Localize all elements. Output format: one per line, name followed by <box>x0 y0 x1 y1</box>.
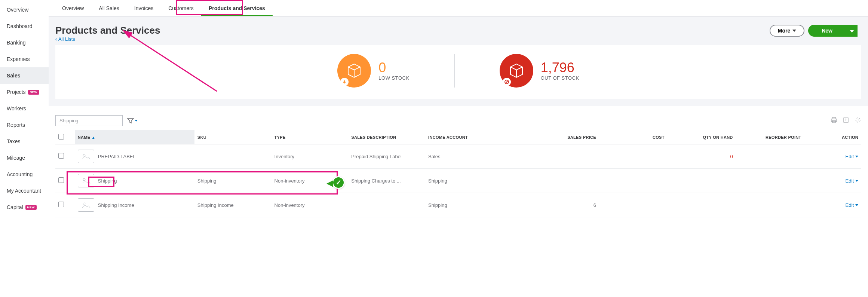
sidebar-label: Reports <box>7 122 25 128</box>
sidebar-label: Accounting <box>7 171 33 177</box>
tab-overview[interactable]: Overview <box>55 1 91 16</box>
sidebar-item-reports[interactable]: Reports <box>0 117 49 133</box>
tab-products-services[interactable]: Products and Services <box>201 1 273 16</box>
sidebar-item-accounting[interactable]: Accounting <box>0 166 49 183</box>
cell-reorder <box>736 193 804 217</box>
sidebar-item-projects[interactable]: ProjectsNEW <box>0 84 49 100</box>
low-stock-label: LOW STOCK <box>378 75 409 81</box>
cell-income-acct: Shipping <box>425 193 531 217</box>
col-cost[interactable]: COST <box>599 130 668 144</box>
sidebar-item-capital[interactable]: CapitalNEW <box>0 199 49 215</box>
stat-low-stock[interactable]: 0 LOW STOCK <box>292 54 454 88</box>
new-button-caret[interactable] <box>846 25 858 37</box>
col-action: ACTION <box>804 130 862 144</box>
svg-point-10 <box>83 178 85 181</box>
cell-sales-price <box>531 169 599 193</box>
table-area: NAME ▲ SKU TYPE SALES DESCRIPTION INCOME… <box>55 112 861 217</box>
product-name[interactable]: Shipping Income <box>98 202 134 208</box>
chevron-down-icon <box>855 180 858 182</box>
cell-qty <box>668 193 736 217</box>
row-checkbox[interactable] <box>58 153 64 159</box>
filter-icon[interactable] <box>127 118 138 123</box>
col-type[interactable]: TYPE <box>272 130 349 144</box>
search-input[interactable] <box>55 115 123 126</box>
more-label: More <box>778 28 790 34</box>
out-of-stock-value: 1,796 <box>541 61 579 74</box>
low-stock-icon <box>337 54 371 88</box>
sidebar-label: My Accountant <box>7 188 41 194</box>
annotation-check-icon: ✓ <box>332 176 345 189</box>
tab-customers[interactable]: Customers <box>161 1 201 16</box>
edit-label: Edit <box>846 178 854 184</box>
svg-line-3 <box>505 80 508 83</box>
sidebar-label: Expenses <box>7 56 30 62</box>
main-content: Overview All Sales Invoices Customers Pr… <box>49 0 868 297</box>
col-sales-price[interactable]: SALES PRICE <box>531 130 599 144</box>
export-icon[interactable] <box>843 117 849 125</box>
svg-rect-4 <box>832 117 836 119</box>
tabs: Overview All Sales Invoices Customers Pr… <box>49 1 868 16</box>
cell-sku <box>194 144 272 169</box>
product-name[interactable]: PREPAID-LABEL <box>98 154 136 159</box>
sidebar-item-overview[interactable]: Overview <box>0 1 49 18</box>
cell-sales-desc: Shipping Charges to ... <box>348 169 425 193</box>
sidebar-item-sales[interactable]: Sales <box>0 67 49 84</box>
sidebar-item-dashboard[interactable]: Dashboard <box>0 18 49 34</box>
sidebar-item-workers[interactable]: Workers <box>0 100 49 117</box>
sidebar-label: Dashboard <box>7 23 33 29</box>
sidebar-item-expenses[interactable]: Expenses <box>0 51 49 67</box>
sort-asc-icon: ▲ <box>92 135 95 140</box>
new-button[interactable]: New <box>808 25 846 37</box>
tab-invoices[interactable]: Invoices <box>127 1 161 16</box>
more-button[interactable]: More <box>770 25 804 37</box>
low-stock-value: 0 <box>378 61 409 74</box>
sidebar-label: Projects <box>7 89 26 95</box>
sidebar-item-taxes[interactable]: Taxes <box>0 133 49 150</box>
edit-action[interactable]: Edit <box>846 202 858 208</box>
cell-sales-price: 6 <box>531 193 599 217</box>
row-checkbox[interactable] <box>58 177 64 183</box>
svg-point-8 <box>857 119 859 121</box>
stat-out-of-stock[interactable]: 1,796 OUT OF STOCK <box>454 54 624 88</box>
settings-icon[interactable] <box>855 117 861 125</box>
back-link-all-lists[interactable]: All Lists <box>55 36 160 42</box>
products-table: NAME ▲ SKU TYPE SALES DESCRIPTION INCOME… <box>55 130 861 217</box>
col-income-acct[interactable]: INCOME ACCOUNT <box>425 130 531 144</box>
cell-income-acct: Shipping <box>425 169 531 193</box>
row-checkbox[interactable] <box>58 202 64 207</box>
print-icon[interactable] <box>831 117 837 125</box>
tab-all-sales[interactable]: All Sales <box>91 1 126 16</box>
cell-income-acct: Sales <box>425 144 531 169</box>
col-sku[interactable]: SKU <box>194 130 272 144</box>
edit-action[interactable]: Edit <box>846 154 858 159</box>
cell-sku: Shipping Income <box>194 193 272 217</box>
cell-qty <box>668 169 736 193</box>
col-reorder[interactable]: REORDER POINT <box>736 130 804 144</box>
col-sales-desc[interactable]: SALES DESCRIPTION <box>348 130 425 144</box>
chevron-down-icon <box>855 156 858 157</box>
stats-bar: 0 LOW STOCK 1,796 OUT OF STOCK <box>55 45 861 99</box>
sidebar-label: Capital <box>7 204 23 210</box>
sidebar-item-mileage[interactable]: Mileage <box>0 150 49 166</box>
thumbnail-icon <box>78 174 94 187</box>
table-row: PREPAID-LABEL Inventory Prepaid Shipping… <box>55 144 861 169</box>
cell-reorder <box>736 169 804 193</box>
page-title: Products and Services <box>55 25 160 36</box>
edit-action[interactable]: Edit <box>846 178 858 184</box>
sidebar-item-my-accountant[interactable]: My Accountant <box>0 183 49 199</box>
new-badge: NEW <box>25 205 37 210</box>
thumbnail-icon <box>78 198 94 212</box>
col-qty[interactable]: QTY ON HAND <box>668 130 736 144</box>
product-name[interactable]: Shipping <box>98 178 117 184</box>
cell-cost <box>599 169 668 193</box>
cell-type: Inventory <box>272 144 349 169</box>
sidebar-label: Overview <box>7 7 28 13</box>
table-row: Shipping Shipping Non-inventory Shipping… <box>55 169 861 193</box>
cell-sales-desc: Prepaid Shipping Label <box>348 144 425 169</box>
select-all-checkbox[interactable] <box>58 134 64 140</box>
sidebar-item-banking[interactable]: Banking <box>0 34 49 51</box>
new-badge: NEW <box>28 90 39 95</box>
chevron-down-icon <box>792 30 796 32</box>
col-name[interactable]: NAME <box>78 135 91 140</box>
sidebar-label: Taxes <box>7 138 21 144</box>
